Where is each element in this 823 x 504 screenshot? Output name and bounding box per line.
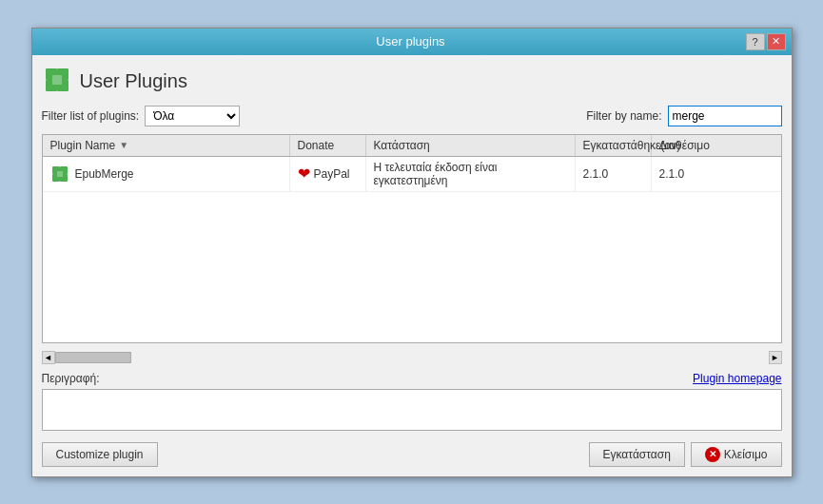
window-content: User Plugins Filter list of plugins: Όλα… bbox=[32, 55, 792, 476]
close-button[interactable]: ✕ Κλείσιμο bbox=[691, 442, 782, 467]
scrollbar-track bbox=[55, 351, 769, 364]
column-header-plugin-name: Plugin Name ▼ bbox=[43, 135, 290, 156]
title-bar-buttons: ? ✕ bbox=[746, 33, 786, 50]
bottom-buttons: Customize plugin Εγκατάσταση ✕ Κλείσιμο bbox=[42, 442, 782, 467]
cell-donate: ❤ PayPal bbox=[290, 157, 366, 191]
donate-text: PayPal bbox=[314, 167, 350, 181]
scrollbar-thumb[interactable] bbox=[55, 352, 131, 363]
column-header-installed: Εγκαταστάθηκε(αν) bbox=[576, 135, 652, 156]
scroll-right-button[interactable]: ► bbox=[769, 351, 782, 364]
header-title: User Plugins bbox=[80, 70, 187, 92]
cell-available: 2.1.0 bbox=[652, 157, 718, 191]
column-header-donate: Donate bbox=[290, 135, 366, 156]
column-header-status: Κατάσταση bbox=[366, 135, 576, 156]
help-button[interactable]: ? bbox=[746, 33, 765, 50]
description-section: Περιγραφή: Plugin homepage bbox=[42, 372, 782, 431]
table-row[interactable]: EpubMerge ❤ PayPal Η τελευταία έκδοση εί… bbox=[43, 157, 781, 192]
plugin-row-icon bbox=[50, 165, 69, 184]
install-button[interactable]: Εγκατάσταση bbox=[589, 442, 685, 467]
close-icon: ✕ bbox=[705, 447, 720, 462]
column-header-available: Διαθέσιμο bbox=[652, 135, 718, 156]
svg-rect-17 bbox=[57, 171, 63, 177]
filter-row: Filter list of plugins: Όλα Εγκατεστημέν… bbox=[42, 106, 782, 126]
user-plugins-window: User plugins ? ✕ bbox=[31, 28, 793, 477]
plugin-homepage-link[interactable]: Plugin homepage bbox=[693, 372, 781, 385]
filter-right: Filter by name: bbox=[586, 106, 781, 126]
window-title: User plugins bbox=[76, 34, 746, 48]
table-header: Plugin Name ▼ Donate Κατάσταση Εγκαταστά… bbox=[43, 135, 781, 157]
svg-rect-8 bbox=[52, 75, 62, 85]
filter-list-label: Filter list of plugins: bbox=[42, 109, 140, 123]
window-close-button[interactable]: ✕ bbox=[767, 33, 786, 50]
plugin-name-text: EpubMerge bbox=[75, 167, 134, 181]
filter-name-input[interactable] bbox=[668, 106, 782, 126]
customize-plugin-button[interactable]: Customize plugin bbox=[42, 442, 158, 467]
filter-dropdown[interactable]: Όλα Εγκατεστημένα Μη εγκατεστημένα bbox=[145, 106, 240, 126]
scroll-left-button[interactable]: ◄ bbox=[42, 351, 55, 364]
filter-name-label: Filter by name: bbox=[586, 109, 661, 123]
cell-status: Η τελευταία έκδοση είναι εγκατεστημένη bbox=[366, 157, 576, 191]
plugins-table: Plugin Name ▼ Donate Κατάσταση Εγκαταστά… bbox=[42, 134, 782, 343]
header-row: User Plugins bbox=[42, 65, 782, 98]
heart-icon: ❤ bbox=[298, 165, 310, 183]
title-bar: User plugins ? ✕ bbox=[32, 29, 792, 55]
filter-left: Filter list of plugins: Όλα Εγκατεστημέν… bbox=[42, 106, 241, 126]
cell-plugin-name: EpubMerge bbox=[43, 157, 290, 191]
description-box bbox=[42, 389, 782, 431]
right-buttons: Εγκατάσταση ✕ Κλείσιμο bbox=[589, 442, 782, 467]
description-header: Περιγραφή: Plugin homepage bbox=[42, 372, 782, 385]
sort-arrow-icon: ▼ bbox=[119, 140, 128, 150]
description-label: Περιγραφή: bbox=[42, 372, 100, 385]
horizontal-scrollbar: ◄ ► bbox=[42, 351, 782, 364]
plugin-header-icon bbox=[42, 65, 72, 98]
cell-installed: 2.1.0 bbox=[576, 157, 652, 191]
